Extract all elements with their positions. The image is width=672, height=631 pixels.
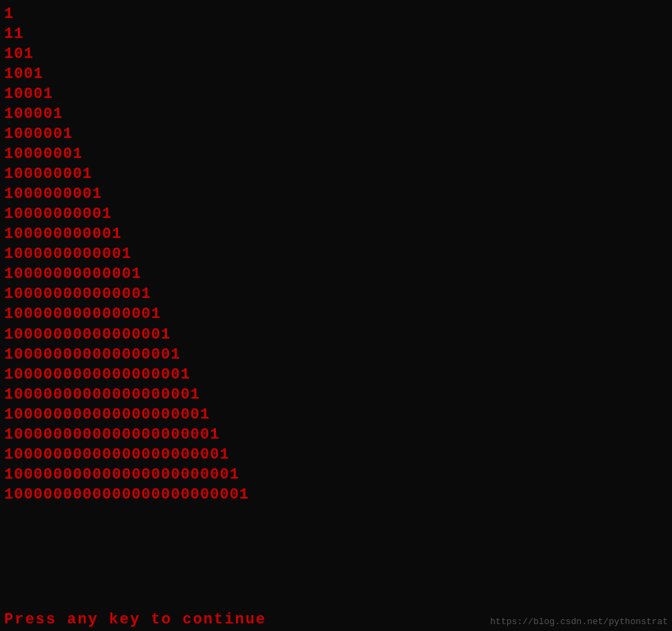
- output-line: 10000000000000000001: [4, 385, 668, 405]
- terminal-output: 1111011001100011000011000001100000011000…: [0, 0, 672, 508]
- output-line: 10000001: [4, 144, 668, 164]
- output-line: 100000000000001: [4, 284, 668, 304]
- output-line: 1000001: [4, 124, 668, 144]
- output-line: 1000000000001: [4, 244, 668, 264]
- output-line: 1: [4, 4, 668, 24]
- output-line: 1000000000000000000000001: [4, 485, 668, 505]
- output-line: 100000000000000000000001: [4, 465, 668, 485]
- output-line: 1000000001: [4, 184, 668, 204]
- output-line: 1000000000000000001: [4, 365, 668, 385]
- output-line: 100000000000000001: [4, 345, 668, 365]
- output-line: 100000000001: [4, 224, 668, 244]
- output-line: 101: [4, 44, 668, 64]
- output-line: 10000000000000001: [4, 325, 668, 345]
- press-any-key-prompt: Press any key to continue: [0, 608, 345, 631]
- output-line: 10001: [4, 84, 668, 104]
- output-line: 10000000001: [4, 204, 668, 224]
- output-line: 10000000000001: [4, 264, 668, 284]
- output-line: 10000000000000000000001: [4, 445, 668, 465]
- output-line: 100000001: [4, 164, 668, 184]
- output-line: 1000000000000001: [4, 304, 668, 324]
- output-line: 100000000000000000001: [4, 405, 668, 425]
- output-line: 1001: [4, 64, 668, 84]
- output-line: 100001: [4, 104, 668, 124]
- output-line: 1000000000000000000001: [4, 425, 668, 445]
- url-label: https://blog.csdn.net/pythonstrat: [491, 617, 668, 627]
- output-line: 11: [4, 24, 668, 44]
